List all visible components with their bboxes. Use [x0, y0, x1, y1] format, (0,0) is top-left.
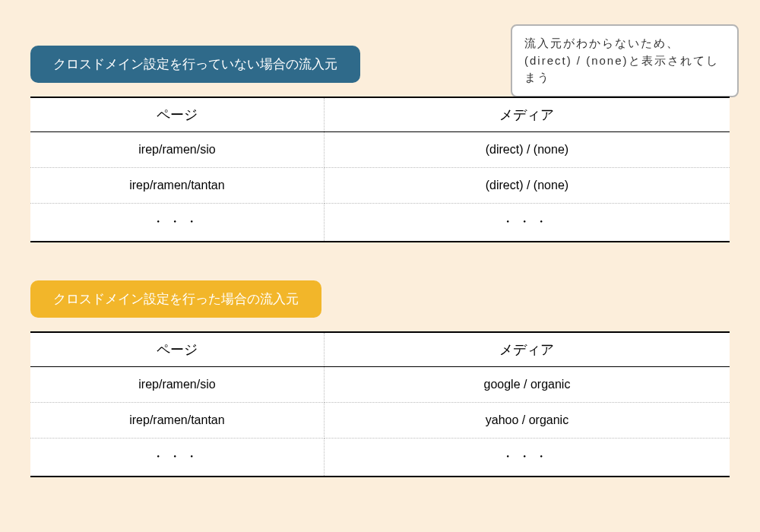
- table-row: ・・・ ・・・: [30, 439, 730, 477]
- cell-media: yahoo / organic: [324, 403, 730, 439]
- section1-title: クロスドメイン設定を行っていない場合の流入元: [30, 46, 360, 83]
- table-row: ・・・ ・・・: [30, 204, 730, 242]
- col-header-media: メディア: [324, 332, 730, 367]
- section-with-crossdomain: クロスドメイン設定を行った場合の流入元 ページ メディア irep/ramen/…: [0, 242, 760, 477]
- cell-media-text: google / organic: [484, 378, 571, 391]
- table-row: irep/ramen/sio (direct) / (none): [30, 132, 730, 168]
- col-header-page: ページ: [30, 97, 324, 132]
- col-header-page: ページ: [30, 332, 324, 367]
- table-row: irep/ramen/tantan (direct) / (none): [30, 168, 730, 204]
- cell-page: ・・・: [30, 439, 324, 477]
- cell-page: irep/ramen/sio: [30, 367, 324, 403]
- cell-page: irep/ramen/tantan: [30, 403, 324, 439]
- table-row: irep/ramen/sio google / organic: [30, 367, 730, 403]
- table-with-crossdomain: ページ メディア irep/ramen/sio google / organic…: [30, 331, 730, 477]
- cell-page: irep/ramen/tantan: [30, 168, 324, 204]
- cell-media: google / organic: [324, 367, 730, 403]
- table-row: irep/ramen/tantan yahoo / organic: [30, 403, 730, 439]
- cell-media: (direct) / (none): [324, 168, 730, 204]
- col-header-media: メディア: [324, 97, 730, 132]
- cell-media-text: yahoo / organic: [486, 413, 568, 426]
- table-without-crossdomain: ページ メディア irep/ramen/sio (direct) / (none…: [30, 97, 730, 242]
- section-without-crossdomain: クロスドメイン設定を行っていない場合の流入元 ページ メディア irep/ram…: [0, 0, 760, 242]
- cell-media: ・・・: [324, 439, 730, 477]
- cell-media: (direct) / (none): [324, 132, 730, 168]
- cell-media: ・・・: [324, 204, 730, 242]
- cell-page: ・・・: [30, 204, 324, 242]
- cell-page: irep/ramen/sio: [30, 132, 324, 168]
- section2-title: クロスドメイン設定を行った場合の流入元: [30, 280, 321, 318]
